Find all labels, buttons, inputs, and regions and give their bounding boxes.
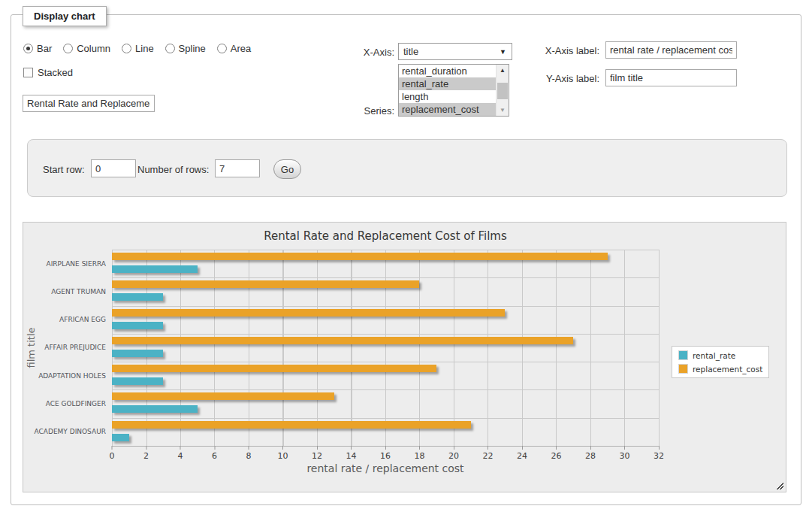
scroll-down-icon[interactable]: ▼ bbox=[497, 105, 509, 116]
series-scrollbar[interactable]: ▲ ▼ bbox=[496, 65, 509, 116]
category-labels: AIRPLANE SIERRAAGENT TRUMANAFRICAN EGGAF… bbox=[26, 250, 106, 446]
series-listbox[interactable]: rental_durationrental_ratelengthreplacem… bbox=[398, 64, 509, 117]
x-tick: 6 bbox=[212, 446, 217, 461]
tick-mark bbox=[659, 446, 660, 450]
x-tick: 4 bbox=[178, 446, 183, 461]
x-tick: 14 bbox=[346, 446, 357, 461]
scroll-up-icon[interactable]: ▲ bbox=[497, 65, 509, 76]
radio-icon[interactable] bbox=[122, 44, 131, 53]
radio-icon[interactable] bbox=[165, 44, 175, 53]
legend-swatch-rental_rate bbox=[678, 350, 688, 360]
x-axis-label-input[interactable] bbox=[605, 41, 737, 59]
category-row bbox=[112, 418, 659, 446]
tick-label: 28 bbox=[585, 451, 596, 461]
chart-container: Rental Rate and Replacement Cost of Film… bbox=[23, 222, 786, 492]
series-option-rental_duration[interactable]: rental_duration bbox=[399, 65, 496, 77]
category-row bbox=[112, 306, 659, 334]
category-label: ACE GOLDFINGER bbox=[26, 389, 106, 417]
category-row bbox=[112, 334, 659, 362]
radio-label: Column bbox=[77, 43, 110, 54]
chart-type-option-line[interactable]: Line bbox=[122, 43, 154, 54]
stacked-checkbox-row[interactable]: Stacked bbox=[23, 67, 73, 78]
chart-title-input[interactable] bbox=[23, 95, 155, 112]
tick-label: 12 bbox=[312, 451, 322, 461]
y-axis-label-label: Y-Axis label: bbox=[530, 73, 599, 84]
legend-swatch-replacement_cost bbox=[678, 364, 688, 374]
stacked-label: Stacked bbox=[38, 67, 73, 78]
tick-label: 0 bbox=[110, 451, 115, 461]
chart-type-option-bar[interactable]: Bar bbox=[23, 43, 52, 54]
bar-rental_rate bbox=[112, 265, 198, 273]
tick-mark bbox=[214, 446, 215, 450]
resize-handle-icon[interactable] bbox=[775, 481, 783, 489]
go-button[interactable]: Go bbox=[273, 159, 301, 179]
chart-type-option-column[interactable]: Column bbox=[63, 43, 110, 54]
radio-label: Line bbox=[135, 43, 154, 54]
series-listbox-options: rental_durationrental_ratelengthreplacem… bbox=[399, 65, 496, 116]
category-label: AFFAIR PREJUDICE bbox=[26, 334, 106, 362]
num-rows-input[interactable] bbox=[215, 159, 260, 177]
series-option-rental_rate[interactable]: rental_rate bbox=[399, 77, 496, 90]
tick-mark bbox=[146, 446, 146, 450]
fieldset-legend: Display chart bbox=[23, 6, 107, 26]
radio-icon[interactable] bbox=[217, 44, 227, 53]
series-option-length[interactable]: length bbox=[399, 90, 496, 103]
tick-label: 18 bbox=[415, 451, 425, 461]
tick-label: 10 bbox=[278, 451, 288, 461]
category-row bbox=[112, 362, 659, 389]
tick-mark bbox=[522, 446, 523, 450]
category-label: AIRPLANE SIERRA bbox=[26, 250, 106, 277]
tick-mark bbox=[249, 446, 249, 450]
x-axis-select[interactable]: title ▼ bbox=[398, 43, 512, 60]
category-label: ACADEMY DINOSAUR bbox=[26, 418, 106, 446]
start-row-input[interactable] bbox=[91, 159, 136, 177]
tick-label: 32 bbox=[654, 451, 664, 461]
series-option-replacement_cost[interactable]: replacement_cost bbox=[399, 103, 496, 116]
tick-label: 2 bbox=[143, 451, 149, 461]
chart-type-option-spline[interactable]: Spline bbox=[165, 43, 206, 54]
tick-label: 26 bbox=[551, 451, 562, 461]
category-row bbox=[112, 389, 659, 417]
radio-label: Bar bbox=[37, 43, 52, 54]
radio-icon[interactable] bbox=[63, 44, 73, 53]
bar-rental_rate bbox=[112, 377, 163, 385]
tick-mark bbox=[419, 446, 420, 450]
category-row bbox=[112, 277, 659, 305]
x-tick: 28 bbox=[585, 446, 596, 461]
num-rows-label: Number of rows: bbox=[137, 164, 209, 175]
legend-item: rental_rate bbox=[678, 350, 762, 360]
series-label: Series: bbox=[331, 105, 394, 117]
y-axis-label-input[interactable] bbox=[605, 69, 737, 86]
bar-replacement_cost bbox=[112, 392, 334, 400]
tick-label: 14 bbox=[346, 451, 357, 461]
bar-replacement_cost bbox=[112, 421, 471, 429]
scrollbar-thumb[interactable] bbox=[497, 83, 508, 99]
tick-label: 8 bbox=[246, 451, 252, 461]
tick-mark bbox=[112, 446, 113, 450]
x-axis-label-label: X-Axis label: bbox=[530, 45, 599, 56]
x-tick: 12 bbox=[312, 446, 322, 461]
x-tick: 24 bbox=[517, 446, 527, 461]
tick-label: 22 bbox=[483, 451, 494, 461]
x-tick: 0 bbox=[110, 446, 115, 461]
plot-area bbox=[112, 250, 660, 447]
x-tick: 8 bbox=[246, 446, 252, 461]
tick-label: 16 bbox=[380, 451, 391, 461]
tick-mark bbox=[385, 446, 386, 450]
bar-replacement_cost bbox=[112, 337, 573, 344]
x-axis-selected-value: title bbox=[403, 46, 418, 57]
bar-replacement_cost bbox=[112, 309, 505, 317]
tick-mark bbox=[624, 446, 625, 450]
tick-mark bbox=[590, 446, 591, 450]
chart-type-option-area[interactable]: Area bbox=[217, 43, 251, 54]
chart-type-radiogroup: BarColumnLineSplineArea bbox=[23, 43, 251, 54]
bar-rental_rate bbox=[112, 293, 163, 301]
radio-icon[interactable] bbox=[23, 44, 33, 53]
x-tick: 26 bbox=[551, 446, 562, 461]
bar-replacement_cost bbox=[112, 365, 436, 372]
tick-label: 24 bbox=[517, 451, 527, 461]
x-tick: 22 bbox=[483, 446, 494, 461]
x-tick: 32 bbox=[654, 446, 664, 461]
tick-mark bbox=[556, 446, 557, 450]
stacked-checkbox[interactable] bbox=[23, 68, 33, 77]
